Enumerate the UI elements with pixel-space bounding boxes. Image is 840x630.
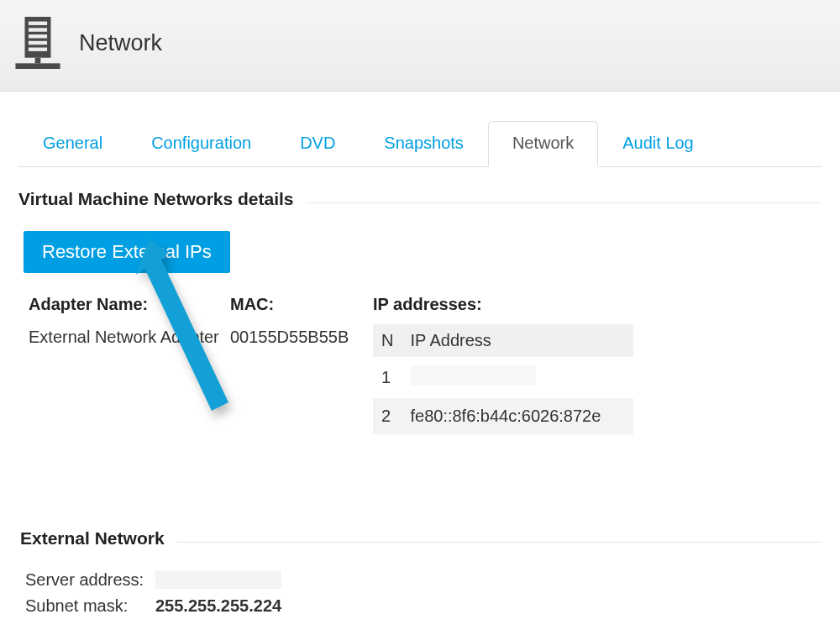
section-details-header: Virtual Machine Networks details bbox=[18, 189, 822, 209]
page-title: Network bbox=[79, 30, 162, 56]
tab-dvd[interactable]: DVD bbox=[276, 121, 360, 167]
tab-network[interactable]: Network bbox=[488, 121, 598, 167]
ip-address-table-wrap: N IP Address 1 2 fe80::8f6:b44c:6026:872… bbox=[373, 324, 633, 434]
server-rack-icon bbox=[15, 17, 60, 69]
svg-rect-7 bbox=[35, 58, 41, 64]
external-network-section: External Network Server address: Subnet … bbox=[18, 528, 822, 616]
adapter-name-header: Adapter Name: bbox=[29, 295, 230, 324]
tabs-container: General Configuration DVD Snapshots Netw… bbox=[0, 92, 840, 167]
ip-table-header-ip: IP Address bbox=[402, 324, 633, 357]
vm-network-details: Adapter Name: MAC: IP addresses: Externa… bbox=[18, 295, 822, 434]
svg-rect-1 bbox=[29, 22, 47, 25]
tab-audit-log[interactable]: Audit Log bbox=[598, 121, 718, 167]
section-rule bbox=[306, 202, 822, 203]
ip-row-index: 1 bbox=[373, 357, 402, 398]
ip-table-header-index: N bbox=[373, 324, 402, 357]
server-address-label: Server address: bbox=[25, 570, 147, 590]
content-area: Virtual Machine Networks details Restore… bbox=[0, 167, 840, 616]
section-external-header: External Network bbox=[20, 528, 822, 549]
redacted-ip bbox=[410, 365, 536, 386]
svg-rect-5 bbox=[29, 48, 47, 51]
ip-row-value bbox=[402, 357, 633, 398]
svg-rect-4 bbox=[29, 41, 47, 45]
svg-rect-2 bbox=[29, 28, 47, 31]
subnet-mask-label: Subnet mask: bbox=[25, 596, 147, 616]
server-address-value bbox=[155, 570, 281, 589]
table-row: 1 bbox=[373, 357, 633, 398]
tab-snapshots[interactable]: Snapshots bbox=[360, 121, 488, 167]
section-details-title: Virtual Machine Networks details bbox=[18, 189, 294, 209]
svg-rect-3 bbox=[29, 34, 47, 38]
ip-address-table: N IP Address 1 2 fe80::8f6:b44c:6026:872… bbox=[373, 324, 633, 434]
ip-row-index: 2 bbox=[373, 398, 402, 434]
tab-configuration[interactable]: Configuration bbox=[127, 121, 276, 167]
page-header: Network bbox=[0, 0, 840, 92]
tab-bar: General Configuration DVD Snapshots Netw… bbox=[18, 120, 822, 167]
ip-addresses-header: IP addresses: bbox=[373, 295, 633, 324]
adapter-name-value: External Network Adapter bbox=[29, 324, 230, 434]
svg-rect-6 bbox=[15, 63, 60, 69]
restore-external-ips-button[interactable]: Restore External IPs bbox=[24, 231, 230, 273]
ip-row-value: fe80::8f6:b44c:6026:872e bbox=[402, 398, 633, 434]
server-address-row: Server address: bbox=[20, 570, 822, 590]
mac-value: 00155D55B55B bbox=[230, 324, 373, 434]
tab-general[interactable]: General bbox=[18, 121, 127, 167]
table-row: 2 fe80::8f6:b44c:6026:872e bbox=[373, 398, 633, 434]
section-rule bbox=[176, 542, 822, 543]
section-external-title: External Network bbox=[20, 528, 165, 549]
subnet-mask-value: 255.255.255.224 bbox=[155, 596, 281, 616]
subnet-mask-row: Subnet mask: 255.255.255.224 bbox=[20, 596, 822, 616]
mac-header: MAC: bbox=[230, 295, 373, 324]
